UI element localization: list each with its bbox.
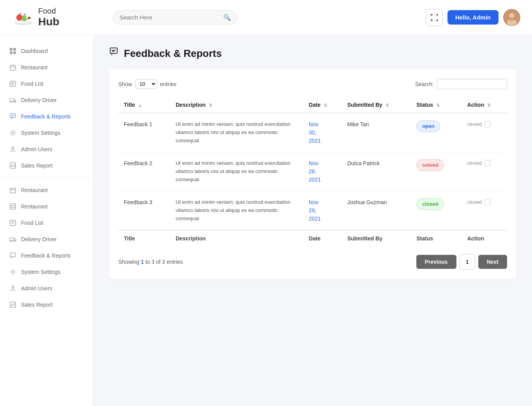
cell-action-0[interactable]: closed	[462, 113, 507, 152]
sidebar-item-system-settings[interactable]: System Settings	[0, 125, 93, 141]
table-search-input[interactable]	[437, 79, 507, 89]
sidebar-item-feedback2[interactable]: Feedback & Reports	[0, 247, 93, 264]
status-badge-1: solved	[416, 159, 444, 171]
svg-point-46	[12, 271, 14, 273]
search-bar[interactable]: 🔍	[113, 10, 238, 25]
food-list-icon	[9, 80, 16, 87]
svg-point-47	[12, 286, 14, 288]
sidebar-label-sales2: Sales Report	[21, 302, 53, 308]
layout: Dashboard Restaurant Food List	[0, 35, 532, 406]
entries-select[interactable]: 10 25 50 100	[135, 79, 157, 89]
sidebar-item-food-list2[interactable]: Food List	[0, 215, 93, 231]
sidebar-item-admin2[interactable]: Admin Users	[0, 280, 93, 297]
previous-button[interactable]: Previous	[416, 255, 456, 269]
dashboard-icon	[9, 48, 16, 55]
page-1-button[interactable]: 1	[460, 254, 475, 270]
restaurant-icon	[9, 64, 16, 71]
svg-rect-11	[13, 48, 16, 51]
svg-rect-39	[10, 220, 16, 226]
sidebar-item-delivery2[interactable]: Delivery Driver	[0, 231, 93, 247]
sidebar-item-sales2[interactable]: Sales Report	[0, 297, 93, 313]
restaurant2-icon	[9, 187, 16, 194]
table-header-row: Title ▲ Description ⇅ Date ⇅ Submitted B…	[118, 97, 507, 113]
sidebar-item-restaurant3[interactable]: Restaurant	[0, 198, 93, 215]
sidebar-item-settings2[interactable]: System Settings	[0, 264, 93, 280]
search-input[interactable]	[120, 14, 223, 21]
sidebar-item-delivery-driver[interactable]: Delivery Driver	[0, 92, 93, 108]
cell-title-1: Feedback 2	[118, 152, 170, 191]
cell-description-0: Ut enim ad minim veniam, quis nostrud ex…	[170, 113, 303, 152]
restaurant3-icon	[9, 203, 16, 210]
svg-point-9	[509, 18, 515, 21]
sidebar-label-admin2: Admin Users	[21, 285, 52, 291]
sidebar-label-restaurant: Restaurant	[21, 64, 48, 71]
status-badge-2: closed	[416, 198, 444, 210]
status-badge-0: open	[416, 120, 440, 132]
cell-action-1[interactable]: closed	[462, 152, 507, 191]
col-description[interactable]: Description ⇅	[170, 97, 303, 113]
sidebar-label-sales: Sales Report	[21, 162, 53, 169]
page-header: Feedback & Reports	[109, 47, 516, 60]
admin2-icon	[9, 285, 16, 292]
svg-point-5	[30, 18, 30, 19]
header: Food Hub 🔍 Hello, Admin	[0, 0, 532, 35]
svg-point-28	[12, 147, 14, 149]
table-footer-row: Title Description Date Submitted By Stat…	[118, 230, 507, 246]
sidebar-item-admin-users[interactable]: Admin Users	[0, 141, 93, 157]
footer-col-date: Date	[303, 230, 342, 246]
sidebar-label-dashboard: Dashboard	[21, 48, 48, 54]
svg-rect-13	[13, 51, 16, 54]
cell-status-2: closed	[411, 191, 462, 231]
admin-icon	[9, 146, 16, 153]
settings-icon	[9, 129, 16, 136]
cell-description-2: Ut enim ad minim veniam, quis nostrud ex…	[170, 191, 303, 231]
col-action[interactable]: Action ⇅	[462, 97, 507, 113]
showing-text: Showing 1 to 3 of 3 entries	[118, 259, 183, 265]
feedback2-icon	[9, 252, 16, 259]
svg-point-43	[11, 240, 12, 242]
sidebar-label-restaurant2: Restaurant	[21, 187, 48, 193]
col-date[interactable]: Date ⇅	[303, 97, 342, 113]
action-checkbox-2[interactable]	[484, 199, 490, 205]
svg-rect-45	[10, 253, 16, 257]
logo-text: Food Hub	[38, 7, 59, 28]
sidebar: Dashboard Restaurant Food List	[0, 35, 93, 406]
sidebar-item-sales-report[interactable]: Sales Report	[0, 157, 93, 174]
sidebar-group-2: Restaurant Restaurant Food List	[0, 182, 93, 313]
showing-from: 1	[141, 259, 144, 265]
svg-point-7	[509, 13, 514, 18]
sidebar-label-food-list2: Food List	[21, 220, 44, 226]
footer-col-title: Title	[118, 230, 170, 246]
cell-action-2[interactable]: closed	[462, 191, 507, 231]
cell-title-2: Feedback 3	[118, 191, 170, 231]
cell-date-2: Nov29,2021	[303, 191, 342, 231]
sidebar-item-food-list[interactable]: Food List	[0, 76, 93, 92]
sidebar-label-delivery: Delivery Driver	[21, 97, 57, 103]
action-checkbox-0[interactable]	[484, 121, 490, 127]
col-submitted-by[interactable]: Submitted By ⇅	[342, 97, 411, 113]
sidebar-item-restaurant2[interactable]: Restaurant	[0, 182, 93, 198]
food-list2-icon	[9, 219, 16, 226]
sidebar-item-dashboard[interactable]: Dashboard	[0, 43, 93, 59]
cell-description-1: Ut enim ad minim veniam, quis nostrud ex…	[170, 152, 303, 191]
feedback-table: Title ▲ Description ⇅ Date ⇅ Submitted B…	[118, 97, 507, 246]
svg-rect-36	[10, 204, 16, 209]
sidebar-label-feedback: Feedback & Reports	[21, 113, 71, 120]
table-search-control: Search:	[415, 79, 507, 89]
cell-status-1: solved	[411, 152, 462, 191]
action-checkbox-1[interactable]	[484, 160, 490, 166]
table-row: Feedback 3 Ut enim ad minim veniam, quis…	[118, 191, 507, 231]
admin-button[interactable]: Hello, Admin	[447, 10, 499, 25]
next-button[interactable]: Next	[478, 255, 507, 269]
table-controls: Show 10 25 50 100 entries Search:	[118, 79, 507, 89]
settings2-icon	[9, 268, 16, 275]
page-title: Feedback & Reports	[124, 48, 222, 60]
sidebar-item-feedback[interactable]: Feedback & Reports	[0, 108, 93, 125]
col-title[interactable]: Title ▲	[118, 97, 170, 113]
logo-icon	[12, 7, 35, 28]
sidebar-label-admin: Admin Users	[21, 146, 52, 152]
sidebar-item-restaurant[interactable]: Restaurant	[0, 59, 93, 76]
col-status[interactable]: Status ⇅	[411, 97, 462, 113]
fullscreen-button[interactable]	[426, 9, 443, 26]
cell-submitted-0: Mike Tan	[342, 113, 411, 152]
